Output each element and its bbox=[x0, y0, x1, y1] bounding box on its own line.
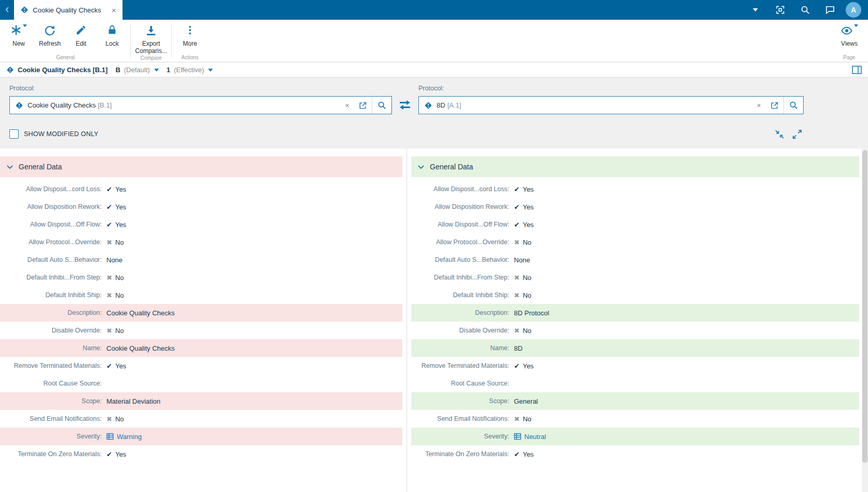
field-row: Default Inhibi...From Step:✖No bbox=[411, 269, 859, 286]
field-row: Disable Override:✖No bbox=[0, 322, 402, 339]
revision-value: B bbox=[115, 66, 120, 74]
cross-icon: ✖ bbox=[514, 327, 520, 335]
field-row: Allow Disposit...Off Flow:✔Yes bbox=[411, 216, 859, 233]
section-header-general-data-left[interactable]: General Data bbox=[0, 156, 402, 177]
chat-icon[interactable] bbox=[818, 5, 843, 15]
more-icon bbox=[184, 24, 196, 36]
tab-cookie-quality-checks[interactable]: Cookie Quality Checks × bbox=[14, 0, 122, 20]
revision-dropdown-icon[interactable] bbox=[154, 69, 159, 72]
field-value: ✖No bbox=[514, 327, 532, 335]
show-modified-checkbox[interactable] bbox=[9, 129, 19, 139]
lock-button[interactable]: Lock bbox=[97, 20, 128, 55]
field-value: ✖No bbox=[106, 274, 124, 282]
field-value: ✔Yes bbox=[106, 221, 126, 229]
field-value: ✖No bbox=[514, 274, 532, 282]
field-value-link[interactable]: Neutral bbox=[514, 433, 546, 441]
back-icon[interactable]: ‹ bbox=[0, 4, 14, 17]
field-value: ✔Yes bbox=[106, 203, 126, 211]
version-dropdown-icon[interactable] bbox=[208, 69, 213, 72]
field-label: Allow Protocol...Override: bbox=[0, 238, 106, 246]
field-row: Root Cause Source: bbox=[0, 375, 402, 392]
left-protocol-input[interactable]: Cookie Quality Checks [B.1] × bbox=[9, 96, 392, 114]
views-button[interactable]: Views bbox=[834, 20, 865, 55]
field-label: Default Inhibi...From Step: bbox=[411, 274, 514, 281]
cross-icon: ✖ bbox=[514, 415, 520, 423]
clear-icon[interactable]: × bbox=[752, 101, 766, 110]
toolbar-group-label-compare: Compare bbox=[133, 55, 169, 62]
toolbar-group-actions: More Actions bbox=[174, 20, 206, 62]
edit-button[interactable]: Edit bbox=[65, 20, 97, 55]
scrollbar-thumb[interactable] bbox=[862, 150, 867, 463]
field-row: Default Inhibit Ship:✖No bbox=[411, 286, 859, 304]
collapse-all-icon[interactable] bbox=[775, 129, 784, 139]
titlebar: ‹ Cookie Quality Checks × A bbox=[0, 0, 868, 20]
scan-icon[interactable] bbox=[768, 5, 793, 15]
check-icon: ✔ bbox=[106, 185, 112, 193]
field-label: Name: bbox=[411, 344, 514, 352]
field-label: Send Email Notifications: bbox=[0, 415, 106, 422]
chevron-down-icon[interactable] bbox=[743, 8, 768, 11]
field-label: Name: bbox=[0, 344, 106, 352]
section-title: General Data bbox=[430, 163, 473, 171]
scrollbar[interactable] bbox=[862, 149, 868, 492]
section-header-general-data-right[interactable]: General Data bbox=[411, 156, 859, 177]
close-icon[interactable]: × bbox=[112, 6, 116, 15]
search-icon[interactable] bbox=[372, 97, 391, 114]
field-label: Default Inhibi...From Step: bbox=[0, 274, 106, 281]
field-value: ✖No bbox=[514, 415, 532, 423]
cross-icon: ✖ bbox=[106, 238, 112, 246]
more-button[interactable]: More bbox=[174, 20, 206, 55]
field-label: Allow Disposit...Off Flow: bbox=[0, 221, 106, 228]
right-protocol-label: Protocol: bbox=[418, 85, 444, 92]
field-label: Scope: bbox=[411, 397, 514, 405]
cross-icon: ✖ bbox=[106, 274, 112, 282]
side-panel-icon[interactable] bbox=[852, 65, 862, 74]
field-value: Cookie Quality Checks bbox=[106, 309, 175, 317]
field-row: Severity:Neutral bbox=[411, 428, 859, 445]
show-modified-row: SHOW MODIFIED ONLY bbox=[9, 129, 99, 139]
field-label: Default Auto S...Behavior: bbox=[0, 256, 106, 263]
cross-icon: ✖ bbox=[514, 291, 520, 299]
field-value: ✔Yes bbox=[514, 362, 534, 370]
field-value: ✖No bbox=[514, 291, 532, 299]
field-row: Allow Disposit...cord Loss:✔Yes bbox=[411, 180, 859, 198]
views-button-label: Views bbox=[841, 41, 858, 48]
field-label: Terminate On Zero Materials: bbox=[411, 450, 514, 458]
export-icon bbox=[145, 24, 157, 37]
eye-icon bbox=[840, 24, 853, 37]
open-entity-icon[interactable] bbox=[354, 101, 372, 110]
search-icon[interactable] bbox=[793, 5, 818, 15]
toolbar-separator bbox=[171, 24, 172, 58]
avatar[interactable]: A bbox=[846, 2, 861, 18]
check-icon: ✔ bbox=[106, 203, 112, 211]
refresh-button-label: Refresh bbox=[39, 41, 61, 48]
check-icon: ✔ bbox=[106, 221, 112, 229]
field-value: ✖No bbox=[106, 327, 124, 335]
open-entity-icon[interactable] bbox=[766, 101, 783, 110]
export-comparison-button[interactable]: Export Comparis... bbox=[133, 20, 169, 55]
field-value-link[interactable]: Warning bbox=[106, 433, 142, 441]
field-value: 8D Protocol bbox=[514, 309, 549, 317]
left-protocol-value: Cookie Quality Checks bbox=[28, 101, 96, 109]
clear-icon[interactable]: × bbox=[341, 101, 354, 110]
swap-icon[interactable] bbox=[399, 100, 411, 110]
search-icon[interactable] bbox=[783, 97, 803, 114]
field-row: Allow Disposition Rework:✔Yes bbox=[0, 198, 402, 216]
refresh-button[interactable]: Refresh bbox=[34, 20, 65, 55]
new-button[interactable]: New bbox=[3, 20, 34, 55]
field-row: Description:8D Protocol bbox=[411, 304, 859, 322]
protocol-icon bbox=[424, 101, 432, 110]
breadcrumb: Cookie Quality Checks [B.1] B (Default) … bbox=[0, 62, 868, 77]
field-value: ✖No bbox=[106, 238, 124, 246]
tab-title: Cookie Quality Checks bbox=[33, 6, 101, 14]
field-row: Terminate On Zero Materials:✔Yes bbox=[0, 445, 402, 463]
field-label: Default Inhibit Ship: bbox=[0, 291, 106, 299]
field-row: Scope:Material Deviation bbox=[0, 392, 402, 410]
expand-all-icon[interactable] bbox=[792, 129, 802, 139]
right-compare-column: General Data Allow Disposit...cord Loss:… bbox=[407, 156, 862, 492]
field-row: Send Email Notifications:✖No bbox=[411, 410, 859, 428]
field-value: ✖No bbox=[514, 238, 532, 246]
right-protocol-input[interactable]: 8D [A.1] × bbox=[418, 96, 804, 114]
field-row: Allow Protocol...Override:✖No bbox=[411, 233, 859, 251]
field-label: Description: bbox=[0, 309, 106, 316]
